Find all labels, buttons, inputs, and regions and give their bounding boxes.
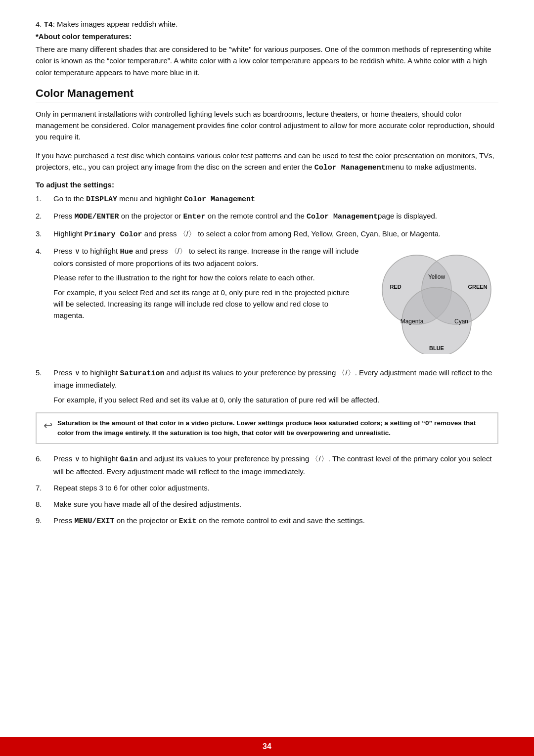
step5-subline: For example, if you select Red and set i… <box>53 394 498 405</box>
step5-chevrons: 〈/〉 <box>338 368 355 377</box>
t4-label: T4 <box>44 21 53 29</box>
note-icon: ↩ <box>44 419 52 432</box>
steps-list: 1. Go to the DISPLAY menu and highlight … <box>36 193 498 405</box>
step3-primary: Primary Color <box>85 230 142 239</box>
para2-ui: Color Management <box>314 164 386 172</box>
step3-body: Highlight Primary Color and press 〈/〉 to… <box>53 228 498 240</box>
step2-enter: Enter <box>183 213 206 221</box>
step9-body: Press MENU/EXIT on the projector or Exit… <box>53 515 498 527</box>
step2-mode: MODE/ENTER <box>75 213 119 221</box>
section-title: Color Management <box>36 87 498 102</box>
page-footer: 34 <box>0 737 534 756</box>
step4-sub2: For example, if you select Red and set i… <box>53 287 360 321</box>
step9-num: 9. <box>36 515 53 527</box>
step6-down-arrow: ∨ <box>75 454 80 463</box>
venn-green-label: GREEN <box>468 284 487 290</box>
step4-block: 4. Press ∨ to highlight Hue and press 〈/… <box>36 245 498 357</box>
step2-body: Press MODE/ENTER on the projector or Ent… <box>53 210 498 222</box>
about-color-body: There are many different shades that are… <box>36 44 498 78</box>
about-color-title: *About color temperatures: <box>36 32 498 41</box>
step4-sub1: Please refer to the illustration to the … <box>53 272 360 283</box>
step6-gain: Gain <box>120 455 137 464</box>
step3-chevrons: 〈/〉 <box>179 229 196 238</box>
step1-num: 1. <box>36 193 53 205</box>
to-adjust-label: To adjust the settings: <box>36 180 498 189</box>
step5-down-arrow: ∨ <box>75 368 80 377</box>
step3-num: 3. <box>36 228 53 240</box>
section-para2: If you have purchased a test disc which … <box>36 150 498 174</box>
item4-text: T4T4: Makes images appear reddish white.… <box>44 20 178 28</box>
step-1: 1. Go to the DISPLAY menu and highlight … <box>36 193 498 205</box>
step2-cm: Color Management <box>307 213 378 221</box>
step4-num: 4. <box>36 245 53 257</box>
step8-body: Make sure you have made all of the desir… <box>53 498 498 510</box>
step4-chevrons: 〈/〉 <box>170 247 187 255</box>
section-para1: Only in permanent installations with con… <box>36 108 498 143</box>
venn-yellow-label: Yellow <box>428 273 445 280</box>
step-4: 4. Press ∨ to highlight Hue and press 〈/… <box>36 245 498 362</box>
step7-body: Repeat steps 3 to 6 for other color adju… <box>53 482 498 493</box>
step9-menu: MENU/EXIT <box>75 517 115 526</box>
step1-body: Go to the DISPLAY menu and highlight Col… <box>53 193 498 205</box>
venn-blue-label: BLUE <box>429 345 444 351</box>
page-content: 4. T4T4: Makes images appear reddish whi… <box>0 0 534 737</box>
para2-part2: menu to make adjustments. <box>386 163 477 171</box>
step5-num: 5. <box>36 367 53 405</box>
step-2: 2. Press MODE/ENTER on the projector or … <box>36 210 498 222</box>
step6-body: Press ∨ to highlight Gain and adjust its… <box>53 453 498 477</box>
venn-magenta-label: Magenta <box>400 318 424 325</box>
step4-main-line: Press ∨ to highlight Hue and press 〈/〉 t… <box>53 245 360 269</box>
step4-down-arrow: ∨ <box>75 247 80 255</box>
note-text: Saturation is the amount of that color i… <box>57 418 490 439</box>
page-number: 34 <box>263 742 271 751</box>
step-9: 9. Press MENU/EXIT on the projector or E… <box>36 515 498 527</box>
venn-red-label: RED <box>390 284 401 290</box>
steps-continued-list: 6. Press ∨ to highlight Gain and adjust … <box>36 453 498 527</box>
venn-svg: RED GREEN BLUE Yellow Magenta Cyan <box>370 245 498 354</box>
step-3: 3. Highlight Primary Color and press 〈/〉… <box>36 228 498 240</box>
step6-chevrons: 〈/〉 <box>311 454 328 463</box>
step7-num: 7. <box>36 482 53 493</box>
step8-num: 8. <box>36 498 53 510</box>
item-4-intro: 4. T4T4: Makes images appear reddish whi… <box>36 20 498 29</box>
venn-diagram: RED GREEN BLUE Yellow Magenta Cyan <box>370 245 498 357</box>
step1-cm: Color Management <box>184 195 255 204</box>
step9-exit: Exit <box>179 517 197 526</box>
step-6: 6. Press ∨ to highlight Gain and adjust … <box>36 453 498 477</box>
item4-num: 4. <box>36 20 42 28</box>
step4-text: Press ∨ to highlight Hue and press 〈/〉 t… <box>53 245 370 321</box>
step4-hue: Hue <box>120 248 133 256</box>
step6-num: 6. <box>36 453 53 477</box>
step-7: 7. Repeat steps 3 to 6 for other color a… <box>36 482 498 493</box>
step-5: 5. Press ∨ to highlight Saturation and a… <box>36 367 498 405</box>
step1-display: DISPLAY <box>86 195 117 204</box>
step2-num: 2. <box>36 210 53 222</box>
note-box: ↩ Saturation is the amount of that color… <box>36 412 498 445</box>
step5-saturation: Saturation <box>120 369 164 378</box>
step4-sub-lines: Please refer to the illustration to the … <box>53 272 360 321</box>
step5-body: Press ∨ to highlight Saturation and adju… <box>53 367 498 405</box>
step-8: 8. Make sure you have made all of the de… <box>36 498 498 510</box>
venn-cyan-label: Cyan <box>454 318 468 325</box>
